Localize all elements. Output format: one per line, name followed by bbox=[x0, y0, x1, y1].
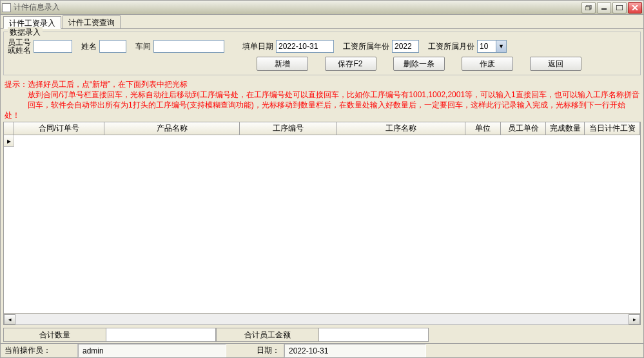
save-button[interactable]: 保存F2 bbox=[325, 57, 376, 71]
status-date-value: 2022-10-31 bbox=[284, 344, 426, 357]
year-label: 工资所属年份 bbox=[343, 41, 389, 52]
col-product[interactable]: 产品名称 bbox=[104, 122, 240, 135]
current-row-marker: ▸ bbox=[4, 135, 14, 147]
total-qty-value bbox=[106, 328, 216, 342]
date-input[interactable] bbox=[276, 40, 334, 53]
titlebar: 计件信息录入 bbox=[1, 1, 643, 15]
total-qty-label: 合计数量 bbox=[3, 328, 106, 342]
svg-rect-1 bbox=[585, 6, 590, 10]
row-selector-header bbox=[4, 122, 14, 135]
void-button[interactable]: 作废 bbox=[462, 57, 513, 71]
col-wage[interactable]: 当日计件工资 bbox=[585, 122, 640, 135]
name-label: 姓名 bbox=[81, 41, 97, 52]
col-qty[interactable]: 完成数量 bbox=[546, 122, 585, 135]
hint-text: 提示：选择好员工后，点“新增”，在下面列表中把光标 放到合同/订单号栏直接回车，… bbox=[5, 79, 639, 120]
scroll-left-button[interactable]: ◂ bbox=[4, 314, 15, 325]
summary-bar: 合计数量 合计员工金额 bbox=[3, 328, 641, 342]
month-label: 工资所属月份 bbox=[428, 41, 474, 52]
maximize-button[interactable] bbox=[612, 2, 627, 14]
close-icon bbox=[632, 5, 638, 10]
name-input[interactable] bbox=[99, 40, 126, 53]
workshop-label: 车间 bbox=[135, 41, 151, 52]
emp-id-input[interactable] bbox=[34, 40, 72, 53]
status-date-label: 日期： bbox=[226, 344, 284, 357]
minimize-icon bbox=[601, 5, 607, 10]
chevron-down-icon: ▼ bbox=[496, 41, 506, 52]
col-order-no[interactable]: 合同/订单号 bbox=[14, 122, 104, 135]
back-button[interactable]: 返回 bbox=[530, 57, 581, 71]
status-bar: 当前操作员： admin 日期： 2022-10-31 bbox=[1, 343, 643, 357]
window: 计件信息录入 计件工资录入 计件工资查询 数据录入 员工号 或姓名 姓名 车间 bbox=[0, 0, 644, 358]
total-amount-value bbox=[319, 328, 429, 342]
operator-label: 当前操作员： bbox=[1, 344, 78, 357]
horizontal-scrollbar[interactable]: ◂ ▸ bbox=[4, 313, 640, 325]
emp-id-label: 员工号 或姓名 bbox=[8, 39, 31, 54]
col-price[interactable]: 员工单价 bbox=[501, 122, 546, 135]
data-grid[interactable]: 合同/订单号 产品名称 工序编号 工序名称 单位 员工单价 完成数量 当日计件工… bbox=[3, 122, 641, 325]
date-label: 填单日期 bbox=[242, 41, 273, 52]
restore-down-button[interactable] bbox=[581, 2, 596, 14]
delete-button[interactable]: 删除一条 bbox=[393, 57, 445, 71]
workshop-input[interactable] bbox=[153, 40, 224, 53]
tab-query[interactable]: 计件工资查询 bbox=[63, 15, 121, 28]
tab-bar: 计件工资录入 计件工资查询 bbox=[1, 15, 643, 29]
maximize-icon bbox=[616, 5, 623, 10]
total-amount-label: 合计员工金额 bbox=[216, 328, 319, 342]
app-icon bbox=[2, 3, 11, 12]
add-button[interactable]: 新增 bbox=[257, 57, 308, 71]
col-unit[interactable]: 单位 bbox=[465, 122, 501, 135]
scroll-track[interactable] bbox=[15, 314, 629, 325]
scroll-right-button[interactable]: ▸ bbox=[629, 314, 640, 325]
restore-icon bbox=[585, 5, 592, 10]
minimize-button[interactable] bbox=[597, 2, 611, 14]
window-title: 计件信息录入 bbox=[14, 2, 581, 13]
status-filler bbox=[426, 344, 643, 357]
year-input[interactable] bbox=[392, 40, 419, 53]
svg-rect-3 bbox=[616, 5, 623, 10]
col-proc-name[interactable]: 工序名称 bbox=[337, 122, 465, 135]
month-select[interactable]: 10 ▼ bbox=[477, 40, 507, 53]
col-proc-no[interactable]: 工序编号 bbox=[240, 122, 337, 135]
table-header: 合同/订单号 产品名称 工序编号 工序名称 单位 员工单价 完成数量 当日计件工… bbox=[4, 122, 640, 135]
entry-group: 数据录入 员工号 或姓名 姓名 车间 填单日期 工资所属年份 工资所属月份 10 bbox=[3, 32, 641, 75]
group-title: 数据录入 bbox=[8, 27, 43, 38]
table-body[interactable]: ▸ bbox=[4, 135, 640, 313]
operator-value: admin bbox=[78, 344, 226, 357]
close-button[interactable] bbox=[628, 2, 642, 14]
